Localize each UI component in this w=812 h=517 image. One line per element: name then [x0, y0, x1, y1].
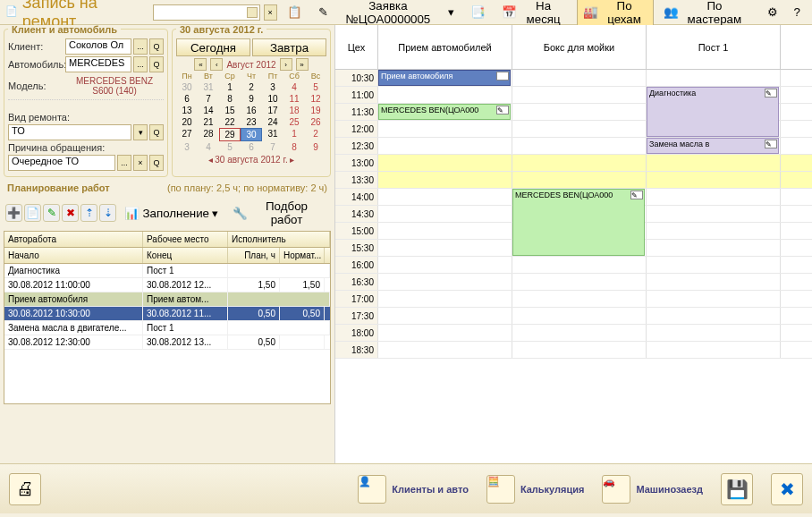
edit-btn[interactable]: ✎ — [43, 204, 60, 222]
cal-day[interactable]: 6 — [176, 93, 198, 105]
slot[interactable] — [647, 70, 781, 86]
down-btn[interactable]: ⇣ — [99, 204, 116, 222]
add-btn[interactable]: ➕ — [5, 204, 22, 222]
slot[interactable] — [647, 342, 781, 358]
reason-pick[interactable]: ... — [117, 155, 131, 171]
dropdown-icon[interactable] — [247, 7, 258, 18]
slot[interactable] — [512, 291, 647, 307]
cal-day[interactable]: 20 — [176, 116, 198, 128]
cal-day[interactable]: 7 — [198, 93, 219, 105]
cal-day[interactable]: 3 — [176, 141, 198, 153]
slot[interactable] — [378, 342, 512, 358]
table-row[interactable]: 30.08.2012 10:30:0030.08.2012 11...0,500… — [4, 307, 330, 321]
cal-day[interactable]: 17 — [262, 105, 283, 116]
slot[interactable] — [378, 172, 512, 188]
cal-day[interactable]: 31 — [198, 81, 219, 93]
slot[interactable] — [378, 87, 512, 103]
cal-day[interactable]: 9 — [305, 141, 326, 153]
cal-day[interactable]: 10 — [262, 93, 283, 105]
client-open[interactable]: Q — [149, 38, 164, 55]
cal-footer-prev[interactable]: ◂ — [208, 155, 213, 165]
tomorrow-btn[interactable]: Завтра — [252, 38, 326, 56]
del-btn[interactable]: ✖ — [62, 204, 79, 222]
slot[interactable] — [378, 121, 512, 137]
slot[interactable] — [378, 155, 512, 171]
slot[interactable] — [378, 138, 512, 154]
clients-btn[interactable]: 👤Клиенты и авто — [358, 475, 469, 504]
cal-next-m[interactable]: › — [280, 58, 292, 71]
appt-icon[interactable]: ✎ — [765, 140, 777, 148]
cal-prev-m[interactable]: ‹ — [210, 58, 223, 71]
slot[interactable] — [647, 206, 781, 222]
slot[interactable] — [512, 138, 647, 154]
slot[interactable] — [512, 308, 647, 324]
slot[interactable] — [512, 342, 647, 358]
slot[interactable] — [647, 274, 781, 290]
appt-icon[interactable]: ✎ — [630, 191, 643, 199]
slot[interactable] — [647, 155, 781, 171]
appointment[interactable]: Прием автомобиля✎ — [378, 70, 511, 86]
table-row[interactable]: 30.08.2012 12:30:0030.08.2012 13...0,50 — [4, 335, 330, 350]
cal-prev-y[interactable]: « — [194, 58, 207, 71]
cal-day[interactable]: 6 — [241, 141, 262, 153]
slot[interactable] — [512, 325, 647, 341]
cal-day[interactable]: 13 — [176, 105, 198, 116]
save-btn[interactable]: 💾 — [721, 473, 753, 505]
slot[interactable] — [378, 308, 512, 324]
cal-day[interactable]: 19 — [305, 105, 326, 116]
cal-day[interactable]: 5 — [305, 81, 326, 93]
cal-day[interactable]: 11 — [283, 93, 305, 105]
slot[interactable] — [378, 223, 512, 239]
fill-btn[interactable]: 📊 Заполнение ▾ — [118, 204, 224, 223]
month-btn[interactable]: 📅 На месяц — [495, 0, 573, 29]
slot[interactable] — [512, 104, 647, 120]
request-link[interactable]: ✎ Заявка №ЦОА0000005 ▾ — [312, 0, 461, 29]
car-in-btn[interactable]: 🚗Машинозаезд — [602, 475, 703, 504]
calc-btn[interactable]: 🧮Калькуляция — [486, 475, 585, 504]
cal-day[interactable]: 12 — [305, 93, 326, 105]
appointment[interactable]: Диагностика✎ — [647, 87, 779, 137]
repair-dd[interactable]: ▾ — [133, 124, 148, 140]
slot[interactable] — [512, 121, 647, 137]
cal-day[interactable]: 2 — [305, 128, 326, 141]
table-row[interactable]: 30.08.2012 11:00:0030.08.2012 12...1,501… — [4, 278, 330, 292]
slot[interactable] — [647, 291, 781, 307]
cal-day[interactable]: 16 — [241, 105, 262, 116]
slot[interactable] — [512, 70, 647, 86]
cal-day[interactable]: 15 — [219, 105, 241, 116]
table-row[interactable]: ДиагностикаПост 1 — [4, 264, 330, 278]
cal-day[interactable]: 9 — [241, 93, 262, 105]
appt-icon[interactable]: ✎ — [765, 89, 777, 97]
cal-day[interactable]: 21 — [198, 116, 219, 128]
table-row[interactable]: Замена масла в двигателе...Пост 1 — [4, 321, 330, 335]
slot[interactable] — [512, 87, 647, 103]
slot[interactable] — [378, 325, 512, 341]
client-pick[interactable]: ... — [133, 38, 148, 55]
slot[interactable] — [512, 274, 647, 290]
cal-day[interactable]: 1 — [219, 81, 241, 93]
cal-day[interactable]: 27 — [176, 128, 198, 141]
cal-next-y[interactable]: » — [296, 58, 309, 71]
client-input[interactable]: Соколов Ол — [65, 38, 131, 55]
copy-row-btn[interactable]: 📄 — [24, 204, 41, 222]
auto-input[interactable]: MERCEDES — [65, 56, 131, 72]
cal-day[interactable]: 2 — [241, 81, 262, 93]
print-btn[interactable]: 🖨 — [9, 473, 41, 505]
slot[interactable] — [647, 325, 781, 341]
cal-day[interactable]: 4 — [198, 141, 219, 153]
repair-input[interactable]: ТО — [8, 124, 131, 140]
auto-open[interactable]: Q — [149, 56, 164, 72]
cal-day[interactable]: 8 — [283, 141, 305, 153]
appt-icon[interactable]: ✎ — [496, 106, 509, 114]
cal-footer-next[interactable]: ▸ — [290, 155, 294, 165]
slot[interactable] — [647, 308, 781, 324]
reason-clear[interactable]: × — [133, 155, 148, 171]
slot[interactable] — [512, 172, 647, 188]
table-row[interactable]: Прием автомобиляПрием автом... — [4, 292, 330, 307]
cal-day[interactable]: 28 — [198, 128, 219, 141]
cal-day[interactable]: 25 — [283, 116, 305, 128]
cal-day[interactable]: 18 — [283, 105, 305, 116]
slot[interactable] — [378, 274, 512, 290]
cal-day[interactable]: 3 — [262, 81, 283, 93]
slot[interactable] — [512, 257, 647, 273]
